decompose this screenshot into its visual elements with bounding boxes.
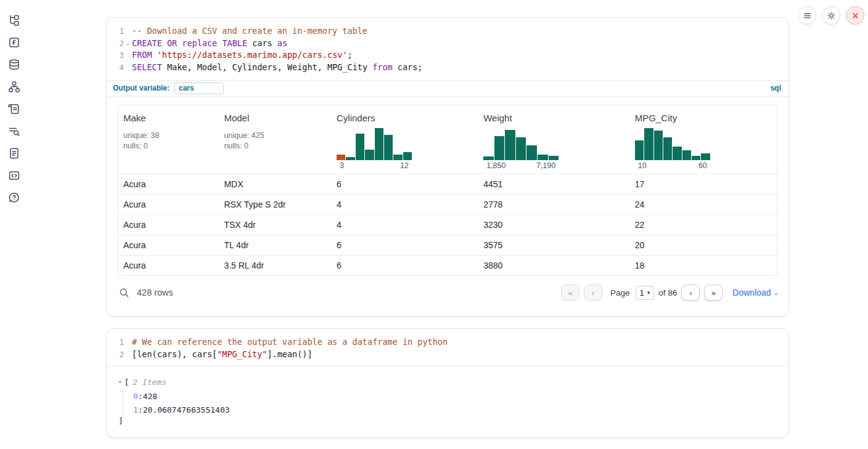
file-tree-icon[interactable]	[7, 14, 21, 27]
column-name[interactable]: Weight	[483, 113, 625, 123]
row-count: 428 rows	[137, 288, 173, 297]
table-row[interactable]: AcuraMDX6445117	[118, 174, 777, 194]
histogram-axis-labels: 1,8507,190	[483, 160, 559, 170]
code-text: -- Download a CSV and create an in-memor…	[132, 26, 367, 36]
column-stats: unique: 425nulls: 0	[224, 131, 327, 152]
tree-collapse-icon[interactable]: ▾	[118, 379, 121, 385]
snippets-icon[interactable]	[7, 169, 21, 182]
next-page-button[interactable]: ›	[681, 285, 700, 301]
prev-page-button[interactable]: ‹	[584, 285, 602, 301]
table-cell: 6	[332, 179, 478, 189]
histogram-bar	[635, 140, 644, 160]
column-header-make: Makeunique: 38nulls: 0	[118, 111, 219, 174]
code-line: 2[len(cars), cars["MPG_City"].mean()]	[107, 349, 788, 362]
item-value: 428	[143, 392, 157, 401]
search-list-icon[interactable]	[7, 124, 21, 138]
table-row[interactable]: Acura3.5 RL 4dr6388018	[118, 255, 777, 275]
table-body: AcuraMDX6445117AcuraRSX Type S 2dr427782…	[118, 174, 777, 275]
code-line: 1# We can reference the output variable …	[107, 337, 788, 349]
tree-item: 1: 20.060747663551403	[133, 403, 788, 416]
open-bracket: [	[124, 378, 129, 387]
table-cell: 6	[332, 261, 478, 270]
histogram-bar	[403, 152, 412, 160]
python-code-editor[interactable]: 1# We can reference the output variable …	[107, 329, 788, 366]
column-name[interactable]: Cylinders	[337, 113, 473, 123]
python-output-tree: ▾[2 Items0: 4281: 20.060747663551403]	[107, 366, 788, 427]
column-histogram	[337, 128, 412, 160]
histogram-bar	[393, 155, 402, 160]
output-variable-input[interactable]	[174, 83, 224, 94]
database-icon[interactable]	[7, 58, 21, 71]
page-label: Page	[610, 288, 630, 297]
histogram-bar	[346, 157, 354, 160]
code-line: 1-- Download a CSV and create an in-memo…	[107, 26, 788, 38]
histogram-bar	[682, 150, 691, 160]
histogram-axis-labels: 1060	[635, 160, 710, 170]
table-cell: 3880	[478, 261, 630, 270]
shutdown-close-icon[interactable]	[846, 6, 864, 25]
functions-icon[interactable]	[7, 36, 21, 49]
table-cell: 4	[332, 200, 478, 209]
sql-cell: 1-- Download a CSV and create an in-memo…	[106, 17, 789, 317]
line-number: 1	[107, 26, 124, 36]
table-cell: Acura	[118, 200, 219, 209]
document-icon[interactable]	[7, 147, 21, 160]
histogram-bar	[526, 145, 537, 160]
histogram-bar	[494, 136, 505, 160]
table-cell: 22	[630, 220, 777, 230]
column-header-mpg_city: MPG_City1060	[630, 111, 777, 174]
code-line: 4SELECT Make, Model, Cylinders, Weight, …	[107, 62, 788, 75]
code-line: 2▾CREATE OR replace TABLE cars as	[107, 38, 788, 51]
search-icon[interactable]	[119, 288, 129, 298]
column-header-cylinders: Cylinders312	[332, 111, 478, 174]
item-separator: :	[138, 405, 143, 415]
help-icon[interactable]	[7, 191, 21, 204]
item-value: 20.060747663551403	[143, 405, 230, 415]
first-page-button[interactable]: «	[561, 285, 579, 301]
histogram-bar	[701, 153, 710, 160]
table-cell: 24	[630, 200, 777, 209]
table-cell: 4451	[478, 179, 630, 189]
table-cell: RSX Type S 2dr	[219, 200, 332, 209]
column-name[interactable]: Make	[123, 113, 214, 123]
notebook-actions	[798, 6, 864, 25]
menu-icon[interactable]	[798, 6, 816, 25]
last-page-button[interactable]: »	[704, 285, 723, 301]
table-cell: 2778	[478, 200, 630, 209]
tree-children: 0: 4281: 20.060747663551403	[122, 389, 788, 416]
histogram-bar	[505, 130, 515, 160]
sql-code-editor[interactable]: 1-- Download a CSV and create an in-memo…	[107, 18, 788, 80]
page-of-label: of 86	[658, 288, 677, 297]
line-number: 3	[107, 51, 124, 60]
table-row[interactable]: AcuraTSX 4dr4323022	[118, 214, 777, 235]
table-cell: 4	[332, 220, 478, 230]
fold-arrow-icon[interactable]: ▾	[124, 42, 132, 47]
page-select[interactable]: 1 ▾	[636, 286, 655, 300]
chevron-down-icon: ⌄	[774, 289, 779, 296]
column-histogram	[483, 128, 559, 160]
code-text: CREATE OR replace TABLE cars as	[132, 38, 287, 48]
logs-scroll-icon[interactable]	[7, 102, 21, 116]
histogram-bar	[644, 128, 653, 160]
table-row[interactable]: AcuraRSX Type S 2dr4277824	[118, 194, 777, 214]
histogram-bar	[365, 150, 374, 160]
download-button[interactable]: Download ⌄	[732, 288, 779, 297]
table-row[interactable]: AcuraTL 4dr6357520	[118, 235, 777, 255]
histogram-bar	[375, 128, 383, 160]
download-label: Download	[732, 288, 771, 297]
language-badge[interactable]: sql	[771, 84, 781, 92]
column-name[interactable]: MPG_City	[635, 113, 772, 123]
histogram-bar	[549, 156, 559, 160]
close-bracket: ]	[118, 416, 788, 427]
settings-gear-icon[interactable]	[822, 6, 840, 25]
histogram-axis-labels: 312	[337, 160, 412, 170]
histogram-bar	[384, 135, 393, 160]
tree-root: ▾[2 Items	[118, 377, 788, 387]
column-name[interactable]: Model	[224, 113, 327, 123]
table-cell: TSX 4dr	[219, 220, 332, 230]
histogram-bar	[654, 131, 663, 160]
dependency-graph-icon[interactable]	[7, 80, 21, 94]
line-number: 1	[107, 338, 124, 347]
code-text: [len(cars), cars["MPG_City"].mean()]	[132, 349, 313, 359]
page-select-value: 1	[640, 288, 644, 297]
